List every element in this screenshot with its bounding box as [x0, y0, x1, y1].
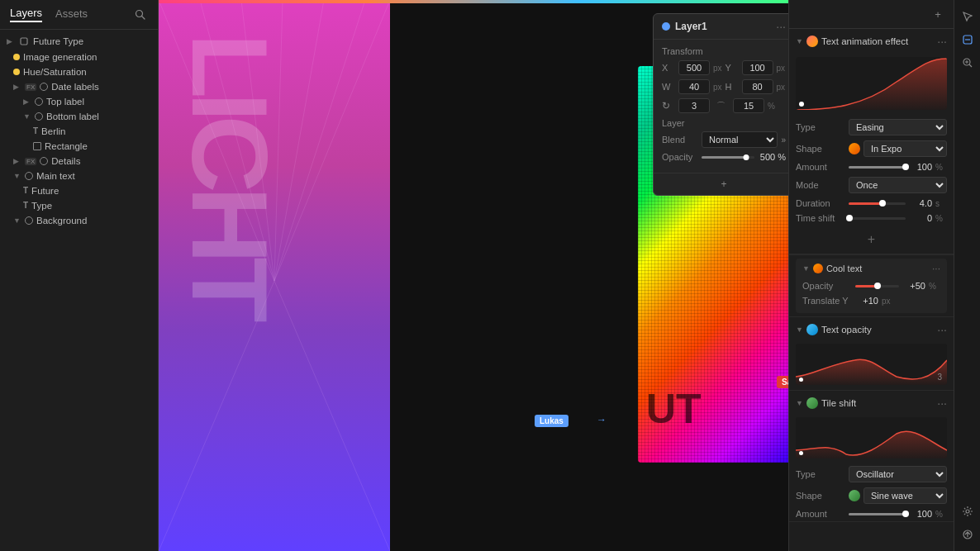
blend-expand-icon[interactable]: » [781, 135, 786, 145]
top-gradient-bar [159, 0, 788, 3]
amount-slider[interactable] [849, 166, 906, 169]
amount-label: Amount [796, 162, 845, 172]
transform-panel-menu[interactable]: ··· [776, 20, 786, 33]
text-opacity-menu[interactable]: ··· [937, 323, 947, 336]
cool-text-menu[interactable]: ··· [932, 263, 940, 274]
corner-input[interactable] [733, 98, 764, 113]
text-opacity-icon [806, 324, 818, 335]
licht-text: LICHT [183, 33, 275, 316]
fx-badge: FX [25, 83, 36, 91]
tile-amount-unit: % [935, 510, 947, 519]
blend-label: Blend [662, 135, 698, 145]
group-icon [18, 36, 30, 47]
effect-panel-text-animation: ▼ Text animation effect ··· Type [789, 29, 954, 255]
layer-item-date-labels[interactable]: ▶ FX Date labels [0, 79, 158, 94]
circle-icon-2 [35, 97, 43, 106]
transform-wh-row: W px H px GO [662, 79, 786, 94]
layer-item-top-label[interactable]: ▶ Top label [0, 94, 158, 109]
duration-slider[interactable] [849, 202, 906, 205]
expand-arrow-7: ▼ [13, 216, 21, 225]
settings-icon[interactable] [958, 501, 978, 521]
effect-menu-icon[interactable]: ··· [937, 35, 947, 48]
add-layer-button[interactable]: + [654, 173, 788, 195]
h-input[interactable] [742, 79, 773, 94]
rotate-input[interactable] [678, 98, 710, 113]
layer-item-future[interactable]: T Future [0, 183, 158, 198]
layer-item-background[interactable]: ▼ Background [0, 213, 158, 228]
text-opacity-title: Text opacity [821, 325, 934, 335]
layer-name-background: Background [36, 216, 151, 226]
duration-row: Duration 4.0 s [789, 196, 954, 211]
svg-line-14 [969, 64, 972, 67]
layer-item-image-gen[interactable]: Image generation [0, 50, 158, 64]
tile-shape-select[interactable]: Sine wave Square wave [863, 487, 947, 504]
opacity-value: 500 % [758, 152, 786, 162]
layer-item-future-type[interactable]: ▶ Future Type [0, 33, 158, 50]
tile-shift-header[interactable]: ▼ Tile shift ··· [789, 391, 954, 416]
cool-opacity-row: Opacity +50 % [796, 278, 947, 293]
amount-row: Amount 100 % [789, 159, 954, 174]
tab-layers[interactable]: Layers [10, 7, 42, 22]
layer-item-type[interactable]: T Type [0, 198, 158, 213]
type-select[interactable]: Easing Spring [849, 119, 947, 135]
layer-item-main-text[interactable]: ▼ Main text [0, 169, 158, 183]
share-icon[interactable] [958, 525, 978, 544]
transform-xy-row: X px Y px [662, 60, 786, 75]
add-effect-btn[interactable]: + [929, 5, 947, 23]
tile-curve-dot [799, 451, 803, 455]
type-label: Type [796, 122, 845, 132]
timeshift-slider[interactable] [849, 217, 906, 220]
text-animation-header[interactable]: ▼ Text animation effect ··· [789, 29, 954, 54]
cool-opacity-slider[interactable] [855, 285, 899, 287]
mode-select[interactable]: Once Loop Ping-pong [849, 177, 947, 193]
tile-shift-icon [806, 397, 818, 409]
tile-amount-label: Amount [796, 509, 845, 519]
add-animation-btn[interactable]: + [789, 226, 954, 254]
layers-panel: Layers Assets ▶ Future Type Image genera… [0, 0, 159, 551]
tile-shape-row: Shape Sine wave Square wave [789, 485, 954, 506]
layer-name-rectangle: Rectangle [45, 141, 151, 151]
opacity-slider[interactable] [702, 156, 754, 159]
add-icon: + [721, 178, 726, 190]
text-opacity-header[interactable]: ▼ Text opacity ··· [789, 317, 954, 342]
y-unit: px [777, 64, 786, 73]
fx-badge-2: FX [25, 158, 36, 165]
layer-item-hue-saturation[interactable]: Hue/Saturation [0, 64, 158, 79]
layer-name-bottom-label: Bottom label [46, 112, 151, 121]
add-icon-2: + [935, 8, 941, 21]
layer-item-details[interactable]: ▶ FX Details [0, 154, 158, 169]
y-label: Y [725, 63, 739, 73]
y-input[interactable] [742, 60, 773, 75]
text-animation-curve [796, 57, 947, 110]
h-unit: px [777, 83, 786, 92]
opacity-label: Opacity [662, 152, 698, 162]
tile-type-select[interactable]: Oscillator Random [849, 466, 947, 482]
layer-item-berlin[interactable]: T Berlin [0, 124, 158, 139]
layer-item-bottom-label[interactable]: ▼ Bottom label [0, 109, 158, 124]
cool-opacity-label: Opacity [802, 281, 852, 291]
tile-amount-row: Amount 100 % [789, 506, 954, 521]
expand-arrow-6: ▼ [13, 172, 21, 180]
w-input[interactable] [678, 79, 710, 94]
shape-select[interactable]: In Expo Out Expo [863, 140, 947, 157]
x-label: X [662, 63, 675, 73]
blend-select[interactable]: Normal Multiply Screen [702, 131, 778, 148]
text-opacity-panel: ▼ Text opacity ··· 3 [789, 317, 954, 391]
zoom-icon[interactable] [958, 53, 978, 73]
canvas-left: LICHT [159, 0, 390, 551]
tile-amount-slider[interactable] [849, 513, 906, 515]
transform-panel-body: Transform X px Y px W px H px GO [654, 40, 788, 173]
expand-arrow-5: ▶ [13, 157, 21, 165]
layer-item-rectangle[interactable]: Rectangle [0, 139, 158, 154]
search-icon[interactable] [133, 7, 148, 22]
layers-icon-strip[interactable] [958, 30, 978, 50]
mode-label: Mode [796, 180, 845, 190]
cool-text-header[interactable]: ▼ Cool text ··· [796, 259, 947, 278]
canvas-area[interactable]: LICHT LI UT Maya Salena Lukas → Layer1 ·… [159, 0, 788, 551]
x-input[interactable] [678, 60, 710, 75]
layer-name-type: Type [31, 201, 151, 211]
transform-rotate-row: ↻ ⌒ % [662, 98, 786, 113]
tile-shift-menu[interactable]: ··· [937, 397, 947, 410]
cursor-icon[interactable] [958, 7, 978, 26]
tab-assets[interactable]: Assets [55, 7, 88, 21]
